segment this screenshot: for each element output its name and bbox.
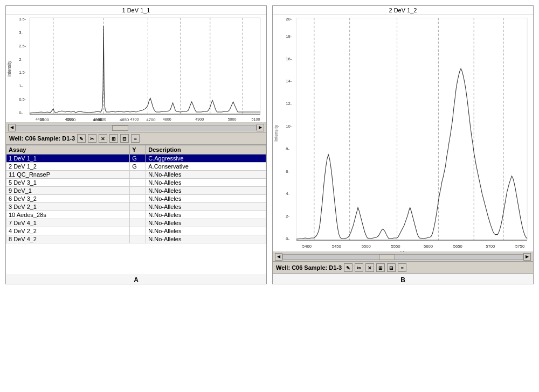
cell-y xyxy=(130,227,146,235)
cell-description: C.Aggressive xyxy=(146,155,266,163)
cell-assay: 3 DeV 2_1 xyxy=(6,203,130,211)
right-scrollbar[interactable]: ◀ ▶ xyxy=(273,252,533,262)
table-row[interactable]: 1 DeV 1_1 G C.Aggressive xyxy=(6,155,266,163)
svg-text:6-: 6- xyxy=(286,169,289,174)
left-chart: Intensity 0- 0.5- 1- 1.5- 2- 2.5- 3- 3.5… xyxy=(6,15,266,123)
right-scroll-right[interactable]: ▶ xyxy=(523,253,531,261)
col-description: Description xyxy=(146,145,266,155)
left-chart-svg: Intensity 0- 0.5- 1- 1.5- 2- 2.5- 3- 3.5… xyxy=(6,15,266,122)
main-container: 1 DeV 1_1 Intensity 0- 0.5- 1- 1.5- 2- 2… xyxy=(5,5,534,284)
svg-text:5650: 5650 xyxy=(453,244,462,249)
cell-y: G xyxy=(130,155,146,163)
svg-text:Mass: Mass xyxy=(400,250,412,251)
svg-text:Intensity: Intensity xyxy=(273,124,279,142)
table-row[interactable]: 2 DeV 1_2 G A.Conservative xyxy=(6,163,266,171)
cell-description: N.No-Alleles xyxy=(146,195,266,203)
right-icon-cut[interactable]: ✂ xyxy=(355,263,363,272)
svg-text:5000: 5000 xyxy=(228,117,237,121)
svg-text:10-: 10- xyxy=(286,124,292,129)
left-scroll-thumb[interactable] xyxy=(112,125,128,131)
svg-text:2.5-: 2.5- xyxy=(19,44,26,48)
right-scroll-left[interactable]: ◀ xyxy=(275,253,282,261)
svg-text:2-: 2- xyxy=(286,214,289,219)
table-row[interactable]: 6 DeV 3_2 N.No-Alleles xyxy=(6,195,266,203)
left-scroll-track[interactable] xyxy=(16,125,257,130)
svg-text:4800: 4800 xyxy=(163,117,171,121)
cell-assay: 9 DeV_1 xyxy=(6,187,130,195)
left-scrollbar[interactable]: ◀ ▶ xyxy=(6,123,266,132)
left-well-bar: Well: C06 Sample: D1-3 ✎ ✂ ✕ ⊞ ⊟ ≡ xyxy=(6,132,266,145)
svg-text:0-: 0- xyxy=(286,236,289,241)
svg-text:4700: 4700 xyxy=(130,117,139,121)
left-scroll-left[interactable]: ◀ xyxy=(8,124,16,131)
cell-description: N.No-Alleles xyxy=(146,227,266,235)
svg-text:4650: 4650 xyxy=(120,117,129,122)
table-row[interactable]: 7 DeV 4_1 N.No-Alleles xyxy=(6,219,266,227)
cell-assay: 2 DeV 1_2 xyxy=(6,163,130,171)
cell-assay: 6 DeV 3_2 xyxy=(6,195,130,203)
col-assay: Assay xyxy=(6,145,130,155)
left-table-body: 1 DeV 1_1 G C.Aggressive 2 DeV 1_2 G A.C… xyxy=(6,155,266,243)
table-row[interactable]: 8 DeV 4_2 N.No-Alleles xyxy=(6,235,266,243)
svg-text:4450: 4450 xyxy=(36,117,44,121)
table-row[interactable]: 3 DeV 2_1 N.No-Alleles xyxy=(6,203,266,211)
svg-text:Mass: Mass xyxy=(136,122,148,122)
svg-text:Intensity: Intensity xyxy=(6,60,11,76)
left-icon-cut[interactable]: ✂ xyxy=(88,134,96,143)
right-icon-edit[interactable]: ✎ xyxy=(344,263,353,272)
cell-y xyxy=(130,187,146,195)
left-scroll-right[interactable]: ▶ xyxy=(257,124,264,131)
table-row[interactable]: 10 Aedes_28s N.No-Alleles xyxy=(6,211,266,219)
svg-text:5750: 5750 xyxy=(515,244,524,249)
cell-assay: 7 DeV 4_1 xyxy=(6,219,130,227)
right-scroll-thumb[interactable] xyxy=(379,255,395,260)
svg-text:5550: 5550 xyxy=(391,244,400,249)
cell-assay: 10 Aedes_28s xyxy=(6,211,130,219)
left-table-container: Assay Y Description 1 DeV 1_1 G C.Aggres… xyxy=(6,145,266,274)
right-icon-copy[interactable]: ⊞ xyxy=(376,263,385,272)
cell-description: N.No-Alleles xyxy=(146,179,266,187)
svg-text:2-: 2- xyxy=(19,57,23,62)
svg-text:0.5-: 0.5- xyxy=(19,97,26,102)
svg-text:4-: 4- xyxy=(286,192,289,197)
right-icon-close[interactable]: ✕ xyxy=(365,263,374,272)
svg-text:18-: 18- xyxy=(286,34,292,39)
cell-y xyxy=(130,219,146,227)
table-row[interactable]: 9 DeV_1 N.No-Alleles xyxy=(6,187,266,195)
right-icon-menu[interactable]: ≡ xyxy=(398,263,406,272)
svg-text:4900: 4900 xyxy=(195,117,204,121)
cell-assay: 4 DeV 2_2 xyxy=(6,227,130,235)
right-panel: 2 DeV 1_2 Intensity 0- 2- 4- 6- 8- 10- 1… xyxy=(272,5,534,284)
svg-text:5600: 5600 xyxy=(424,244,433,249)
left-icon-menu[interactable]: ≡ xyxy=(131,134,140,143)
svg-text:0-: 0- xyxy=(19,110,23,115)
cell-assay: 8 DeV 4_2 xyxy=(6,235,130,243)
left-icon-copy[interactable]: ⊞ xyxy=(109,134,118,143)
cell-assay: 11 QC_RnaseP xyxy=(6,171,130,179)
right-scroll-track[interactable] xyxy=(282,254,523,260)
left-icon-paste[interactable]: ⊟ xyxy=(120,134,129,143)
right-icon-paste[interactable]: ⊟ xyxy=(387,263,396,272)
cell-description: N.No-Alleles xyxy=(146,203,266,211)
left-icon-edit[interactable]: ✎ xyxy=(77,134,86,143)
svg-text:20-: 20- xyxy=(286,17,292,22)
label-b: B xyxy=(273,276,533,284)
right-well-label: Well: C06 Sample: D1-3 xyxy=(276,264,342,271)
cell-description: N.No-Alleles xyxy=(146,187,266,195)
cell-description: N.No-Alleles xyxy=(146,211,266,219)
svg-text:4500: 4500 xyxy=(65,117,74,121)
svg-text:4600: 4600 xyxy=(98,117,106,121)
col-y: Y xyxy=(130,145,146,155)
left-icon-close[interactable]: ✕ xyxy=(99,134,107,143)
cell-y xyxy=(130,235,146,243)
table-row[interactable]: 5 DeV 3_1 N.No-Alleles xyxy=(6,179,266,187)
svg-text:16-: 16- xyxy=(286,57,292,61)
svg-text:3-: 3- xyxy=(19,30,23,35)
svg-text:1-: 1- xyxy=(19,84,23,89)
cell-description: N.No-Alleles xyxy=(146,235,266,243)
table-row[interactable]: 4 DeV 2_2 N.No-Alleles xyxy=(6,227,266,235)
svg-text:3.5-: 3.5- xyxy=(19,17,26,22)
left-well-label: Well: C06 Sample: D1-3 xyxy=(9,135,75,142)
table-row[interactable]: 11 QC_RnaseP N.No-Alleles xyxy=(6,171,266,179)
right-chart-title: 2 DeV 1_2 xyxy=(273,6,533,15)
